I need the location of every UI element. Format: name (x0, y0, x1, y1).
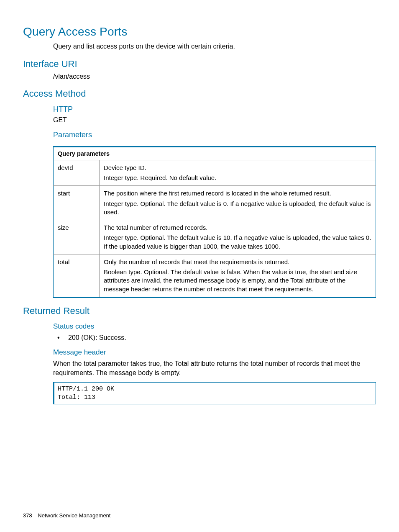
desc-line: Integer type. Required. No default value… (104, 174, 371, 182)
param-name: total (54, 254, 100, 297)
parameters-label: Parameters (53, 131, 376, 139)
interface-uri-value: /vlan/access (53, 72, 376, 81)
status-codes-list: 200 (OK): Success. (53, 333, 376, 342)
status-codes-label: Status codes (53, 322, 376, 331)
table-row: total Only the number of records that me… (54, 254, 376, 297)
param-name: size (54, 220, 100, 254)
returned-result-heading: Returned Result (23, 306, 376, 316)
footer-section: Network Service Management (38, 512, 110, 519)
status-code-item: 200 (OK): Success. (53, 333, 376, 342)
param-desc: Device type ID. Integer type. Required. … (100, 160, 376, 186)
parameters-table: Query parameters devId Device type ID. I… (53, 146, 376, 298)
intro-text: Query and list access ports on the devic… (53, 42, 376, 51)
param-desc: The position where the first returned re… (100, 186, 376, 220)
param-name: start (54, 186, 100, 220)
message-header-label: Message header (53, 348, 376, 357)
access-method-heading: Access Method (23, 88, 376, 99)
page-number: 378 (23, 512, 32, 519)
table-row: size The total number of returned record… (54, 220, 376, 254)
table-row: start The position where the first retur… (54, 186, 376, 220)
table-header: Query parameters (54, 146, 376, 160)
param-name: devId (54, 160, 100, 186)
desc-line: Integer type. Optional. The default valu… (104, 234, 371, 251)
http-label: HTTP (53, 105, 376, 114)
table-row: devId Device type ID. Integer type. Requ… (54, 160, 376, 186)
param-desc: The total number of returned records. In… (100, 220, 376, 254)
code-block: HTTP/1.1 200 OK Total: 113 (53, 382, 376, 404)
desc-line: Boolean type. Optional. The default valu… (104, 268, 371, 293)
page-footer: 378 Network Service Management (23, 512, 110, 519)
desc-line: The total number of returned records. (104, 224, 371, 232)
desc-line: Device type ID. (104, 164, 371, 172)
desc-line: Only the number of records that meet the… (104, 258, 371, 266)
desc-line: The position where the first returned re… (104, 189, 371, 198)
message-header-text: When the total parameter takes true, the… (53, 359, 376, 377)
desc-line: Integer type. Optional. The default valu… (104, 200, 371, 217)
page-title: Query Access Ports (23, 25, 376, 39)
http-method: GET (53, 116, 376, 125)
param-desc: Only the number of records that meet the… (100, 254, 376, 297)
interface-uri-heading: Interface URI (23, 59, 376, 69)
